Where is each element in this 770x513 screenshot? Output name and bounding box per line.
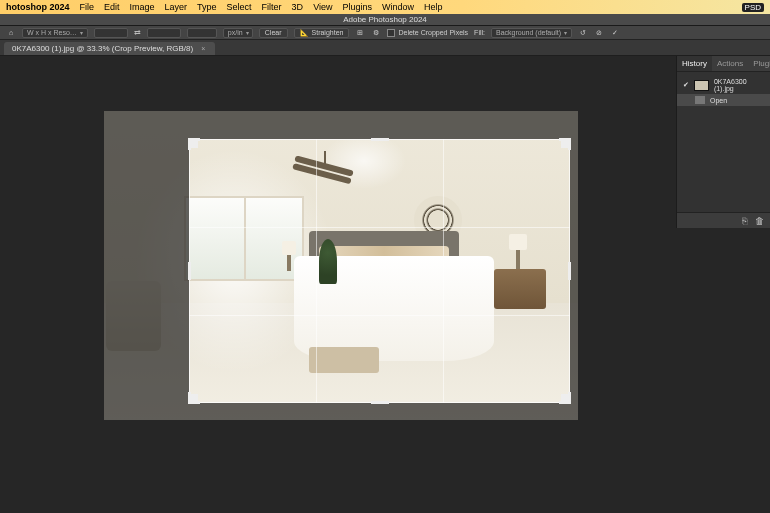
history-snapshot[interactable]: ✔ 0K7A6300 (1).jpg <box>677 76 770 94</box>
close-tab-icon[interactable]: × <box>201 45 205 52</box>
menu-view[interactable]: View <box>313 2 332 12</box>
crop-handle-top-left[interactable] <box>188 138 198 148</box>
crop-tool-icon[interactable]: ⌂ <box>6 29 16 36</box>
rule-of-thirds-line <box>189 227 570 228</box>
menu-filter[interactable]: Filter <box>262 2 282 12</box>
straighten-icon: 📐 <box>300 29 309 37</box>
document-tab-strip: 0K7A6300 (1).jpg @ 33.3% (Crop Preview, … <box>0 40 770 56</box>
menu-3d[interactable]: 3D <box>292 2 304 12</box>
app-name: hotoshop 2024 <box>6 2 70 12</box>
crop-settings-icon[interactable]: ⚙ <box>371 29 381 37</box>
document-canvas[interactable] <box>104 111 578 420</box>
overlay-options-icon[interactable]: ⊞ <box>355 29 365 37</box>
menu-window[interactable]: Window <box>382 2 414 12</box>
tab-actions[interactable]: Actions <box>712 56 748 71</box>
snapshot-thumbnail <box>694 80 709 91</box>
workspace: History Actions Plugins ✔ 0K7A6300 (1).j… <box>0 56 770 513</box>
document-tab-label: 0K7A6300 (1).jpg @ 33.3% (Crop Preview, … <box>12 44 193 53</box>
fill-label: Fill: <box>474 29 485 36</box>
swap-dimensions-icon[interactable]: ⇄ <box>134 28 141 37</box>
straighten-label: Straighten <box>312 29 344 36</box>
history-step-label: Open <box>710 97 727 104</box>
tab-plugins[interactable]: Plugins <box>748 56 770 71</box>
reset-crop-icon[interactable]: ↺ <box>578 29 588 37</box>
commit-crop-icon[interactable]: ✓ <box>610 29 620 37</box>
app-titlebar: Adobe Photoshop 2024 <box>0 14 770 26</box>
fill-dropdown[interactable]: Background (default) <box>491 28 572 38</box>
crop-width-input[interactable] <box>94 28 128 38</box>
new-snapshot-icon[interactable]: ⎘ <box>742 216 747 226</box>
right-panel: History Actions Plugins ✔ 0K7A6300 (1).j… <box>676 56 770 228</box>
crop-handle-bottom-right[interactable] <box>561 394 571 404</box>
clear-button[interactable]: Clear <box>259 28 288 38</box>
delete-cropped-checkbox[interactable]: Delete Cropped Pixels <box>387 29 468 37</box>
crop-region[interactable] <box>189 139 570 403</box>
history-step-icon <box>695 96 705 104</box>
menu-file[interactable]: File <box>80 2 95 12</box>
resolution-units-dropdown[interactable]: px/in <box>223 28 253 38</box>
menu-layer[interactable]: Layer <box>165 2 188 12</box>
cancel-crop-icon[interactable]: ⊘ <box>594 29 604 37</box>
crop-handle-left[interactable] <box>188 262 191 280</box>
menu-type[interactable]: Type <box>197 2 217 12</box>
document-tab[interactable]: 0K7A6300 (1).jpg @ 33.3% (Crop Preview, … <box>4 42 215 55</box>
history-step[interactable]: Open <box>677 94 770 106</box>
rule-of-thirds-line <box>316 139 317 403</box>
rule-of-thirds-line <box>443 139 444 403</box>
menu-help[interactable]: Help <box>424 2 443 12</box>
menu-plugins[interactable]: Plugins <box>342 2 372 12</box>
menu-edit[interactable]: Edit <box>104 2 120 12</box>
rule-of-thirds-line <box>189 315 570 316</box>
mac-menubar: hotoshop 2024 File Edit Image Layer Type… <box>0 0 770 14</box>
delete-cropped-label: Delete Cropped Pixels <box>398 29 468 36</box>
snapshot-label: 0K7A6300 (1).jpg <box>714 78 764 92</box>
history-panel-body: ✔ 0K7A6300 (1).jpg Open <box>677 72 770 212</box>
crop-options-bar: ⌂ W x H x Reso… ⇄ px/in Clear 📐 Straight… <box>0 26 770 40</box>
resolution-input[interactable] <box>187 28 217 38</box>
delete-state-icon[interactable]: 🗑 <box>755 216 764 226</box>
menu-image[interactable]: Image <box>130 2 155 12</box>
menubar-sys-badge: PSD <box>742 3 764 12</box>
crop-handle-top[interactable] <box>371 138 389 141</box>
tab-history[interactable]: History <box>677 56 712 71</box>
crop-handle-right[interactable] <box>568 262 571 280</box>
straighten-button[interactable]: 📐 Straighten <box>294 28 350 38</box>
crop-height-input[interactable] <box>147 28 181 38</box>
menu-select[interactable]: Select <box>227 2 252 12</box>
ratio-preset-dropdown[interactable]: W x H x Reso… <box>22 28 88 38</box>
history-panel-footer: ⎘ 🗑 <box>677 212 770 228</box>
crop-handle-top-right[interactable] <box>561 138 571 148</box>
visibility-check-icon: ✔ <box>683 81 689 89</box>
crop-handle-bottom-left[interactable] <box>188 394 198 404</box>
panel-tabs: History Actions Plugins <box>677 56 770 72</box>
crop-handle-bottom[interactable] <box>371 401 389 404</box>
